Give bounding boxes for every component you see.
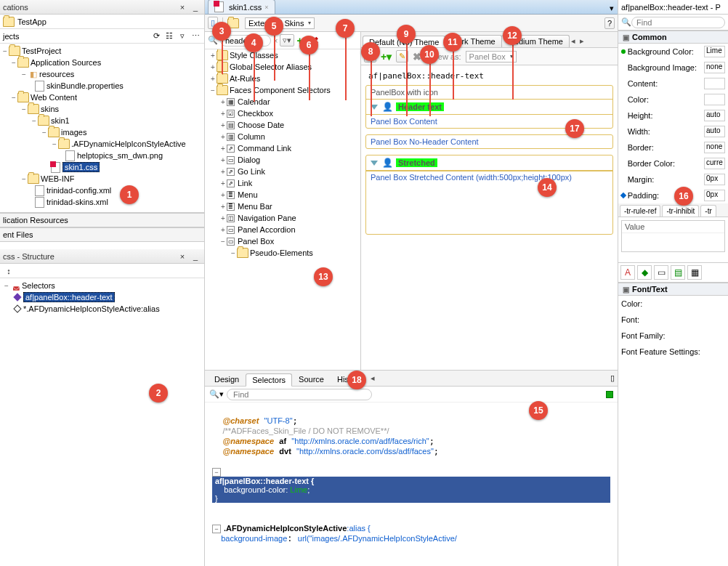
tree-icon[interactable]: ☷ (163, 31, 175, 42)
source-find-bar: 🔍▾ (205, 387, 618, 403)
filter-icon[interactable]: ▿ (177, 31, 188, 42)
disclosure-icon[interactable] (371, 161, 378, 166)
close-icon[interactable]: × (177, 1, 188, 13)
category-icons: A ◆ ▭ ▤ ▦ (618, 262, 728, 283)
tab-scroll-left-icon[interactable]: ◂ (569, 35, 578, 47)
selector-icon (13, 304, 21, 312)
source-editor[interactable]: @charset "UTF-8"; /**ADFFaces_Skin_File … (205, 403, 618, 566)
inspector-find-input[interactable] (631, 17, 725, 28)
app-resources-section[interactable]: lication Resources (0, 213, 204, 227)
tab-nav-icon[interactable]: ◂ (368, 372, 377, 384)
tree-skins[interactable]: skins (41, 105, 59, 113)
panelbox-header-text: Stretched (396, 158, 437, 167)
view-as-dropdown[interactable]: Panel Box (466, 51, 517, 62)
prop-border-value[interactable]: none (704, 142, 725, 153)
tree-help-png[interactable]: helptopics_sm_dwn.png (77, 151, 163, 160)
editor-bottom-tabs: Design Selectors Source History ◂ ▯ (205, 370, 618, 386)
font-group[interactable]: Font/Text (618, 283, 728, 296)
tab-close-icon[interactable]: × (264, 4, 268, 11)
tree-skinbundle[interactable]: skinBundle.properties (46, 81, 124, 90)
annotation-12: 12 (503, 26, 522, 45)
value-table[interactable]: Value (621, 220, 725, 252)
tree-trinidad-skins[interactable]: trinidad-skins.xml (46, 198, 108, 206)
tree-skin1[interactable]: skin1 (51, 116, 70, 125)
structure-tree[interactable]: −◛Selectors af|panelBox::header-text *.A… (0, 278, 204, 319)
close-icon[interactable]: × (177, 251, 188, 262)
tree-webinf[interactable]: WEB-INF (41, 174, 74, 183)
prop-padding-value[interactable]: 0px (704, 190, 725, 201)
cat-other-icon[interactable]: ▦ (687, 265, 702, 280)
tree-skin-css[interactable]: skin1.css (62, 162, 100, 172)
tree-project[interactable]: TestProject (22, 47, 61, 55)
prop-content-value[interactable] (704, 78, 725, 89)
help-button[interactable]: ? (604, 17, 615, 29)
annotation-16: 16 (674, 187, 693, 206)
selector-tree[interactable]: +Style Classes +Global Selector Aliases … (205, 49, 360, 370)
sort-icon[interactable]: ↕ (3, 265, 15, 277)
tab-tr-inhibit[interactable]: -tr-inhibit (662, 205, 699, 217)
file-tab-skin1css[interactable]: skin1.css × (208, 0, 275, 14)
folder-icon (28, 104, 39, 114)
filter-button[interactable]: ▿▾ (280, 34, 294, 47)
tree-images[interactable]: images (61, 128, 86, 137)
prop-bg-color-value[interactable]: Lime (704, 46, 725, 57)
panelbox-title: PanelBox with icon (371, 88, 438, 97)
fold-icon[interactable]: − (212, 468, 221, 477)
prop-height-value[interactable]: auto (704, 110, 725, 121)
link-icon: ⇗ (227, 145, 235, 153)
prop-bg-image-value[interactable]: none (704, 62, 725, 73)
value-header: Value (622, 221, 724, 233)
refresh-icon[interactable]: ⟳ (150, 31, 162, 42)
folder-icon (48, 127, 60, 137)
prop-width-value[interactable]: auto (704, 126, 725, 137)
project-tree[interactable]: −TestProject −Application Sources −◧reso… (0, 44, 204, 213)
cat-bg-icon[interactable]: ◆ (637, 265, 652, 280)
search-icon: 🔍 (621, 17, 631, 27)
structure-selectors[interactable]: Selectors (22, 281, 55, 290)
recent-files-section[interactable]: ent Files (0, 227, 204, 242)
inspector-header: af|panelBox::header-text - P (618, 0, 728, 15)
modified-icon (621, 49, 626, 54)
structure-sel1[interactable]: af|panelBox::header-text (23, 292, 115, 302)
prop-border-color-value[interactable]: curre (704, 158, 725, 169)
prop-color-value[interactable] (704, 94, 725, 105)
prop-font-color-label: Color: (621, 299, 701, 308)
project-dropdown[interactable]: TestApp (0, 15, 204, 29)
tree-trinidad-config[interactable]: trinidad-config.xml (46, 186, 111, 195)
source-panel: 🔍▾ @charset "UTF-8"; /**ADFFaces_Skin_Fi… (205, 386, 618, 566)
source-find-input[interactable] (227, 389, 372, 400)
cat-layout-icon[interactable]: ▤ (671, 265, 685, 280)
splitter-icon[interactable]: ▯ (610, 373, 615, 383)
fold-icon[interactable]: − (212, 525, 221, 533)
minimize-icon[interactable]: _ (190, 251, 201, 262)
tab-design[interactable]: Design (208, 373, 246, 386)
status-ok-icon (606, 391, 613, 398)
structure-sel2[interactable]: *.AFDynamicHelpIconStyleActive:alias (23, 304, 160, 313)
tab-source[interactable]: Source (292, 373, 331, 386)
folder-icon (58, 139, 70, 149)
tab-tr-rule-ref[interactable]: -tr-rule-ref (620, 205, 660, 217)
prop-margin-value[interactable]: 0px (704, 174, 725, 185)
tab-selectors[interactable]: Selectors (246, 373, 292, 387)
tree-web-content[interactable]: Web Content (31, 93, 77, 102)
structure-toolbar: ↕ (0, 264, 204, 278)
png-file-icon (65, 150, 75, 161)
cat-text-icon[interactable]: A (620, 265, 635, 280)
tab-list-icon[interactable]: ▾ (606, 2, 618, 14)
tree-dynfolder[interactable]: .AFDynamicHelpIconStyleActive (71, 140, 186, 148)
options-icon[interactable]: ⋯ (190, 31, 201, 42)
tree-app-sources[interactable]: Application Sources (31, 58, 101, 67)
minimize-icon[interactable]: _ (190, 1, 201, 13)
folder-icon (17, 92, 29, 102)
tree-resources[interactable]: resources (39, 70, 74, 78)
add-button[interactable]: +▾ (381, 51, 392, 62)
cat-box-icon[interactable]: ▭ (654, 265, 668, 280)
dialog-icon: ▭ (227, 156, 235, 164)
left-sidebar: cations × _ TestApp jects ⟳ ☷ ▿ ⋯ −TestP… (0, 0, 205, 566)
folder-icon (237, 248, 248, 258)
tab-scroll-right-icon[interactable]: ▸ (578, 35, 586, 47)
structure-header: css - Structure ×_ (0, 249, 204, 264)
tab-tr-more[interactable]: -tr (700, 205, 716, 217)
common-group[interactable]: Common (618, 31, 728, 44)
person-icon: 👤 (382, 102, 393, 112)
